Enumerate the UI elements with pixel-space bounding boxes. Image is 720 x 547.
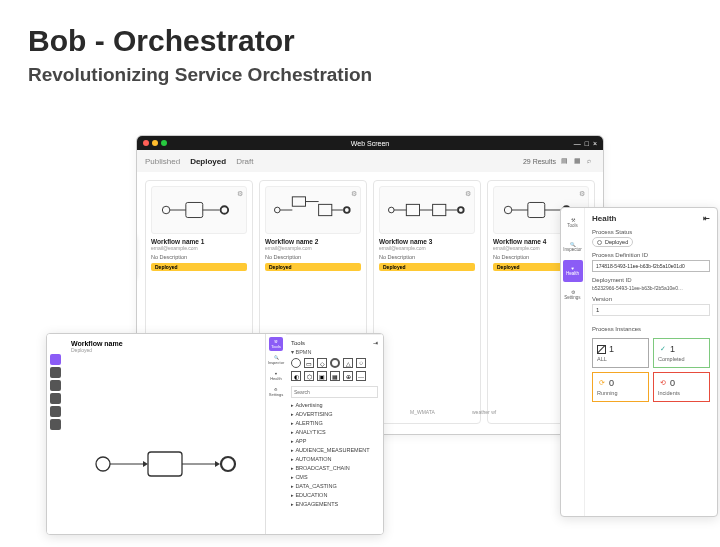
card-name: Workflow name 1 xyxy=(151,238,247,245)
instance-incidents[interactable]: ⟲0 Incidents xyxy=(653,372,710,402)
shape-icon[interactable]: ⊕ xyxy=(343,371,353,381)
category-item[interactable]: ADVERTISING xyxy=(291,409,378,418)
health-tab[interactable]: ♥Health xyxy=(269,369,283,383)
bg-workflow-label: M_WMATA xyxy=(410,409,435,415)
inspector-tab[interactable]: 🔍Inspector xyxy=(563,236,583,258)
health-panel: ⚒Tools 🔍Inspector ♥Health ⚙Settings Heal… xyxy=(560,207,718,517)
shape-icon[interactable]: ◐ xyxy=(291,371,301,381)
category-item[interactable]: AUDIENCE_MEASUREMENT xyxy=(291,445,378,454)
instance-all[interactable]: 1 ALL xyxy=(592,338,649,368)
tools-tab[interactable]: ⚒Tools xyxy=(563,212,583,234)
bpmn-section[interactable]: ▾ BPMN xyxy=(291,349,378,355)
maximize-win-icon[interactable]: □ xyxy=(585,140,589,147)
category-item[interactable]: AUTOMATION xyxy=(291,454,378,463)
shape-icon[interactable]: ▣ xyxy=(317,371,327,381)
task-icon[interactable]: ▭ xyxy=(304,358,314,368)
instance-completed[interactable]: ✓1 Completed xyxy=(653,338,710,368)
svg-point-19 xyxy=(504,206,512,214)
nav-item[interactable] xyxy=(50,393,61,404)
category-item[interactable]: DATA_CASTING xyxy=(291,481,378,490)
gear-icon[interactable]: ⚙ xyxy=(351,190,357,198)
nav-item[interactable] xyxy=(50,367,61,378)
shape-icon[interactable]: ▦ xyxy=(330,371,340,381)
svg-point-30 xyxy=(221,457,235,471)
tools-search-input[interactable] xyxy=(291,386,378,398)
shape-icon[interactable]: ○ xyxy=(356,358,366,368)
nav-item[interactable] xyxy=(50,354,61,365)
minimize-icon[interactable] xyxy=(152,140,158,146)
page-title: Bob - Orchestrator xyxy=(28,24,692,58)
definition-id-value[interactable]: 174818-5493-11ee-b63b-f2b5a10e01d0 xyxy=(592,260,710,272)
more-icon[interactable]: ⋯ xyxy=(356,371,366,381)
gear-icon[interactable]: ⚙ xyxy=(465,190,471,198)
card-name: Workflow name 3 xyxy=(379,238,475,245)
inspector-tab[interactable]: 🔍Inspector xyxy=(269,353,283,367)
search-icon[interactable]: ⌕ xyxy=(587,157,595,165)
category-item[interactable]: EDUCATION xyxy=(291,490,378,499)
health-nav-rail: ⚒Tools 🔍Inspector ♥Health ⚙Settings xyxy=(561,208,585,516)
settings-tab[interactable]: ⚙Settings xyxy=(563,284,583,306)
category-item[interactable]: Advertising xyxy=(291,400,378,409)
tools-title: Tools xyxy=(291,340,305,346)
card-email: email@example.com xyxy=(151,245,247,251)
gear-icon[interactable]: ⚙ xyxy=(579,190,585,198)
category-item[interactable]: ANALYTICS xyxy=(291,427,378,436)
start-event-icon[interactable] xyxy=(291,358,301,368)
svg-marker-29 xyxy=(215,461,220,467)
filter-button[interactable]: ▽Filter xyxy=(603,190,604,206)
titlebar: Web Screen — □ × xyxy=(137,136,603,150)
editor-canvas[interactable]: Workflow name Deployed xyxy=(63,334,265,534)
grid-view-icon[interactable]: ▦ xyxy=(574,157,582,165)
status-badge: Deployed xyxy=(151,263,247,271)
bpmn-diagram[interactable] xyxy=(93,444,253,484)
traffic-lights[interactable] xyxy=(143,140,167,146)
workflow-card[interactable]: ⚙ Workflow name 3 email@example.com No D… xyxy=(373,180,481,424)
status-badge: Deployed xyxy=(379,263,475,271)
bg-workflow-label: weather wf xyxy=(472,409,496,415)
gear-icon[interactable]: ⚙ xyxy=(237,190,243,198)
right-sidebar: ▣IDE ▽Filter xyxy=(603,172,604,206)
running-icon: ⟳ xyxy=(597,379,606,388)
shape-icon[interactable]: ⬡ xyxy=(304,371,314,381)
shape-palette: ▭ ◇ △ ○ xyxy=(291,358,378,368)
end-event-icon[interactable] xyxy=(330,358,340,368)
deployment-id-value: b5232966-5493-11ee-b63b-f2b5a10e0… xyxy=(592,285,710,291)
category-item[interactable]: BROADCAST_CHAIN xyxy=(291,463,378,472)
category-item[interactable]: CMS xyxy=(291,472,378,481)
category-item[interactable]: ALERTING xyxy=(291,418,378,427)
instances-label: Process Instances xyxy=(592,326,710,332)
health-tab[interactable]: ♥Health xyxy=(563,260,583,282)
window-controls[interactable]: — □ × xyxy=(574,140,597,147)
deployment-id-label: Deployment ID xyxy=(592,277,710,283)
svg-point-18 xyxy=(458,207,464,213)
svg-point-4 xyxy=(221,206,229,214)
gateway-icon[interactable]: ◇ xyxy=(317,358,327,368)
status-dot-icon xyxy=(597,240,602,245)
close-icon[interactable] xyxy=(143,140,149,146)
workflow-name: Workflow name xyxy=(71,340,123,347)
close-win-icon[interactable]: × xyxy=(593,140,597,147)
category-item[interactable]: APP xyxy=(291,436,378,445)
tab-draft[interactable]: Draft xyxy=(236,157,253,166)
maximize-icon[interactable] xyxy=(161,140,167,146)
nav-item[interactable] xyxy=(50,380,61,391)
workflow-status: Deployed xyxy=(71,347,123,353)
card-name: Workflow name 2 xyxy=(265,238,361,245)
list-view-icon[interactable]: ▤ xyxy=(561,157,569,165)
settings-tab[interactable]: ⚙Settings xyxy=(269,385,283,399)
minimize-win-icon[interactable]: — xyxy=(574,140,581,147)
tools-tab[interactable]: ⚒Tools xyxy=(269,337,283,351)
nav-item[interactable] xyxy=(50,406,61,417)
category-list: Advertising ADVERTISING ALERTING ANALYTI… xyxy=(291,400,378,508)
pin-icon[interactable]: ⇥ xyxy=(373,339,378,346)
shape-icon[interactable]: △ xyxy=(343,358,353,368)
pin-icon[interactable]: ⇤ xyxy=(703,214,710,223)
tab-published[interactable]: Published xyxy=(145,157,180,166)
nav-item[interactable] xyxy=(50,419,61,430)
category-item[interactable]: ENGAGEMENTS xyxy=(291,499,378,508)
tab-deployed[interactable]: Deployed xyxy=(190,157,226,166)
ide-button[interactable]: ▣IDE xyxy=(603,172,604,188)
svg-rect-21 xyxy=(528,202,545,217)
instance-running[interactable]: ⟳0 Running xyxy=(592,372,649,402)
status-badge: Deployed xyxy=(265,263,361,271)
